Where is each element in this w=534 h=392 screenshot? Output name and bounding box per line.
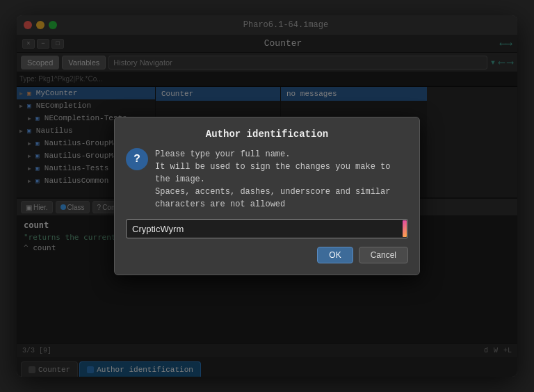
modal-title: Author identification [126,129,408,140]
author-identification-modal: Author identification ? Please type your… [114,117,420,275]
modal-input-wrapper [126,219,408,238]
ok-button[interactable]: OK [317,247,353,263]
author-name-input[interactable] [126,219,408,238]
modal-body: ? Please type your full name. It will be… [126,148,408,211]
modal-question-icon: ? [126,148,148,170]
modal-input-row [126,219,408,238]
modal-body-text: Please type your full name. It will be u… [155,148,408,211]
modal-buttons: OK Cancel [126,247,408,263]
input-accent-decoration [403,220,407,237]
cancel-button[interactable]: Cancel [359,247,408,263]
inner-window: × − □ Counter ⟵ ⟶ Scoped Variables ▾ ⟵ ⟶ [17,35,517,377]
main-window: Pharo6.1-64.image × − □ Counter ⟵ ⟶ Scop… [17,15,517,377]
modal-overlay: Author identification ? Please type your… [17,35,517,377]
